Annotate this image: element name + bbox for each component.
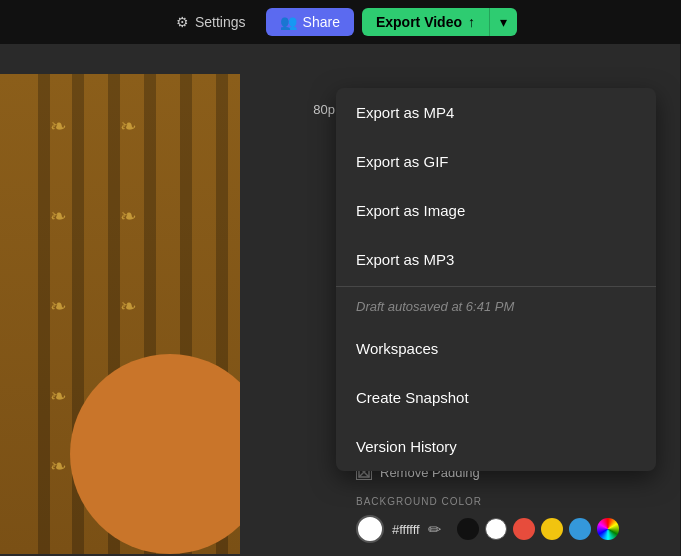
color-dot-gradient[interactable] (597, 518, 619, 540)
bg-color-section: BACKGROUND COLOR #ffffff ✏ (356, 488, 664, 551)
quality-badge: 80p (313, 102, 335, 117)
menu-item-export-mp4-label: Export as MP4 (356, 104, 454, 121)
export-group: Export Video ↑ ▾ (362, 8, 517, 36)
menu-item-workspaces[interactable]: Workspaces (336, 324, 656, 373)
share-icon: 👥 (280, 14, 297, 30)
color-dot-yellow[interactable] (541, 518, 563, 540)
fleur-4: ❧ (120, 204, 137, 228)
circle-shape (70, 354, 240, 554)
share-label: Share (303, 14, 340, 30)
menu-item-snapshot-label: Create Snapshot (356, 389, 469, 406)
fleur-6: ❧ (120, 294, 137, 318)
gear-icon: ⚙ (176, 14, 189, 30)
dropdown-menu: Export as MP4 Export as GIF Export as Im… (336, 88, 656, 471)
menu-item-export-image-label: Export as Image (356, 202, 465, 219)
fleur-5: ❧ (50, 294, 67, 318)
autosave-text: Draft autosaved at 6:41 PM (336, 289, 656, 324)
color-dot-red[interactable] (513, 518, 535, 540)
bg-color-label: BACKGROUND COLOR (356, 496, 664, 507)
color-row: #ffffff ✏ (356, 515, 664, 543)
menu-divider-1 (336, 286, 656, 287)
chevron-down-icon: ▾ (500, 14, 507, 30)
color-dot-black[interactable] (457, 518, 479, 540)
color-dot-white[interactable] (485, 518, 507, 540)
menu-item-export-image[interactable]: Export as Image (336, 186, 656, 235)
topbar: ⚙ Settings 👥 Share Export Video ↑ ▾ (0, 0, 681, 44)
fleur-8: ❧ (50, 454, 67, 478)
color-hex-value: #ffffff (392, 522, 420, 537)
color-dots (457, 518, 619, 540)
fleur-3: ❧ (50, 204, 67, 228)
export-video-button[interactable]: Export Video ↑ (362, 8, 489, 36)
menu-item-export-mp3[interactable]: Export as MP3 (336, 235, 656, 284)
menu-item-export-gif-label: Export as GIF (356, 153, 449, 170)
stripe-1 (38, 74, 50, 554)
upload-icon: ↑ (468, 14, 475, 30)
canvas-area: ❧ ❧ ❧ ❧ ❧ ❧ ❧ ❧ 80p Export as MP4 Export… (0, 44, 680, 556)
menu-item-workspaces-label: Workspaces (356, 340, 438, 357)
export-label: Export Video (376, 14, 462, 30)
fleur-2: ❧ (120, 114, 137, 138)
color-dot-blue[interactable] (569, 518, 591, 540)
export-dropdown-button[interactable]: ▾ (489, 8, 517, 36)
menu-item-version-history[interactable]: Version History (336, 422, 656, 471)
menu-item-snapshot[interactable]: Create Snapshot (336, 373, 656, 422)
menu-item-export-mp4[interactable]: Export as MP4 (336, 88, 656, 137)
share-button[interactable]: 👥 Share (266, 8, 354, 36)
fleur-7: ❧ (50, 384, 67, 408)
fleur-1: ❧ (50, 114, 67, 138)
preview-image: ❧ ❧ ❧ ❧ ❧ ❧ ❧ ❧ (0, 74, 240, 554)
color-swatch-white[interactable] (356, 515, 384, 543)
menu-item-export-gif[interactable]: Export as GIF (336, 137, 656, 186)
settings-label: Settings (195, 14, 246, 30)
menu-item-export-mp3-label: Export as MP3 (356, 251, 454, 268)
eyedropper-icon[interactable]: ✏ (428, 520, 441, 539)
settings-button[interactable]: ⚙ Settings (164, 8, 258, 36)
menu-item-version-history-label: Version History (356, 438, 457, 455)
